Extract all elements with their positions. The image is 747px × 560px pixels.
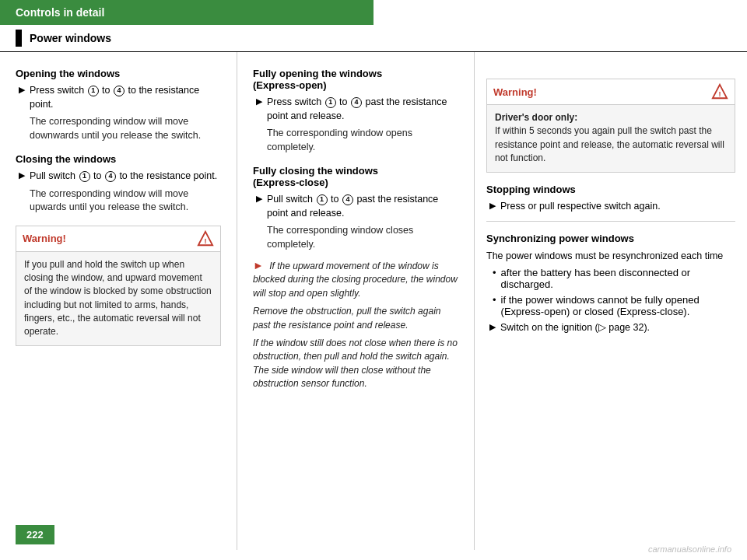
closing-bullet-text: Pull switch 1 to 4 to the resistance poi… [30,170,217,184]
opening-heading: Opening the windows [16,68,221,79]
express-close-heading: Fully closing the windows (Express-close… [253,165,458,188]
right-warning-header: Warning! ! [487,79,735,105]
express-close-arrow: ▶ [256,194,262,204]
sync-bullet3-arrow: ▶ [489,322,496,332]
page-number: 222 [16,525,54,544]
opening-bullet-text: Press switch 1 to 4 to the resistance po… [30,84,221,111]
left-warning-header: Warning! ! [16,226,220,252]
left-warning-box: Warning! ! If you pull and hold the swit… [16,226,221,346]
mid-column: Fully opening the windows (Express-open)… [237,52,475,550]
section-title-bar: Power windows [0,25,747,52]
right-warning-label: Warning! [493,86,537,98]
mid-italic2: Remove the obstruction, pull the switch … [253,305,458,332]
stopping-heading: Stopping windows [486,184,735,195]
header-bar: Controls in detail [0,0,374,25]
circle-1d: 1 [317,194,328,205]
left-warning-label: Warning! [23,233,66,244]
express-open-bullet: ▶ Press switch 1 to 4 past the resistanc… [256,96,458,123]
right-warning-box: Warning! ! Driver's door only: If within… [486,79,735,173]
watermark: carmanualsonline.info [648,544,731,554]
express-open-text: Press switch 1 to 4 past the resistance … [267,96,458,123]
sync-bullet3-text: Switch on the ignition (▷ page 32). [500,321,650,335]
sync-bullet2: if the power windows cannot be fully ope… [493,294,735,317]
mid-italic1: ► If the upward movement of the window i… [253,257,458,300]
circle-4c: 4 [351,97,362,108]
circle-4b: 4 [105,171,116,182]
closing-indent-text: The corresponding window will move upwar… [30,187,221,215]
svg-text:!: ! [718,90,721,98]
left-warning-body: If you pull and hold the switch up when … [16,252,220,345]
express-close-heading-line1: Fully closing the windows [253,165,378,177]
section-title-accent [16,30,22,47]
express-open-indent: The corresponding window opens completel… [267,127,458,154]
express-close-text: Pull switch 1 to 4 past the resistance p… [267,193,458,220]
right-warning-body: Driver's door only: If within 5 seconds … [487,105,735,172]
mid-warning-icon: ► [253,257,264,273]
express-close-heading-line2: (Express-close) [253,177,328,188]
express-close-bullet: ▶ Pull switch 1 to 4 past the resistance… [256,193,458,220]
opening-bullet-arrow: ▶ [19,85,25,95]
sync-bullet1-text: after the battery has been disconnected … [501,267,735,290]
main-content: Opening the windows ▶ Press switch 1 to … [0,52,747,550]
opening-indent-text: The corresponding window will move downw… [30,115,221,142]
circle-1a: 1 [88,86,99,96]
circle-1b: 1 [79,171,90,182]
right-column: Warning! ! Driver's door only: If within… [475,52,747,550]
svg-text:!: ! [204,236,206,244]
circle-4a: 4 [114,86,124,96]
circle-4d: 4 [342,194,353,205]
stopping-text: Press or pull respective switch again. [500,200,661,214]
closing-bullet-arrow: ▶ [19,170,25,180]
sync-heading: Synchronizing power windows [486,233,735,244]
left-warning-triangle-icon: ! [197,230,214,247]
circle-1c: 1 [325,97,336,108]
closing-heading: Closing the windows [16,153,221,165]
right-warning-body-text: If within 5 seconds you again pull the s… [495,125,724,163]
sync-bullet1: after the battery has been disconnected … [493,267,735,290]
divider [486,221,735,222]
stopping-arrow: ▶ [489,201,496,211]
opening-bullet: ▶ Press switch 1 to 4 to the resistance … [19,84,221,111]
right-warning-sub-label: Driver's door only: [495,112,577,123]
left-column: Opening the windows ▶ Press switch 1 to … [0,52,237,550]
sync-bullet2-text: if the power windows cannot be fully ope… [501,294,735,317]
right-warning-triangle-icon: ! [711,83,728,100]
express-open-heading-line1: Fully opening the windows [253,68,382,79]
express-open-heading: Fully opening the windows (Express-open) [253,68,458,91]
section-title: Power windows [30,32,111,44]
express-open-arrow: ▶ [256,96,262,107]
sync-para1: The power windows must be resynchronized… [486,249,735,263]
stopping-bullet: ▶ Press or pull respective switch again. [489,200,735,214]
mid-italic1-text: If the upward movement of the window is … [253,261,458,299]
express-open-heading-line2: (Express-open) [253,79,327,91]
mid-italic3: If the window still does not close when … [253,337,458,391]
express-close-indent: The corresponding window closes complete… [267,224,458,251]
sync-bullet3: ▶ Switch on the ignition (▷ page 32). [489,321,735,335]
closing-bullet: ▶ Pull switch 1 to 4 to the resistance p… [19,170,221,184]
header-title: Controls in detail [16,6,104,19]
